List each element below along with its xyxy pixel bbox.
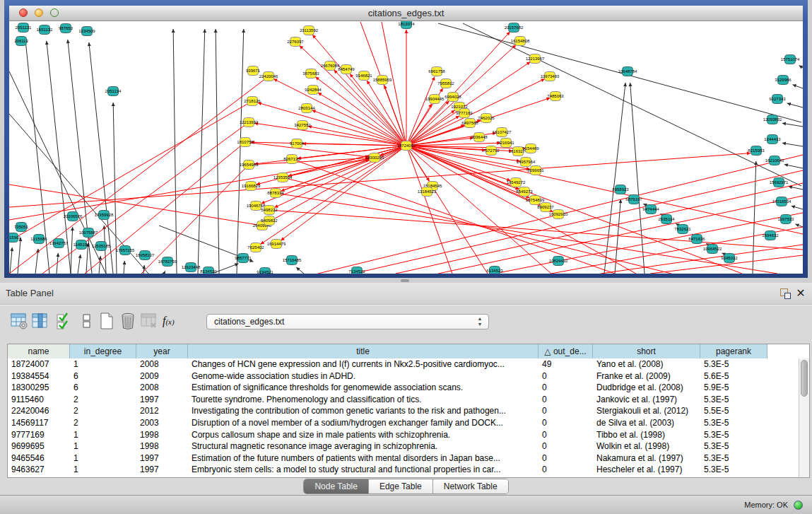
cell-year[interactable]: 1997 xyxy=(136,452,188,465)
column-header-in_degree[interactable]: in_degree xyxy=(70,344,136,358)
cell-pagerank[interactable]: 5.3E-5 xyxy=(700,429,767,441)
cell-pagerank[interactable]: 5.3E-5 xyxy=(700,358,767,370)
cell-name[interactable]: 9115460 xyxy=(8,394,70,406)
cell-year[interactable]: 2008 xyxy=(136,358,188,370)
cell-in_degree[interactable]: 1 xyxy=(70,440,136,452)
table-row[interactable]: 1830029562008Estimation of significance … xyxy=(8,382,799,394)
graph-node[interactable]: 3675683 xyxy=(302,69,319,78)
graph-node[interactable]: 6961758 xyxy=(428,67,445,76)
cell-in_degree[interactable]: 2 xyxy=(70,405,136,417)
cell-name[interactable]: 19384554 xyxy=(8,370,70,382)
graph-node[interactable]: 13942757 xyxy=(49,239,69,248)
show-columns-icon[interactable] xyxy=(31,312,49,330)
cell-title[interactable]: Structural magnetic resonance image aver… xyxy=(188,440,539,452)
cell-out_degree[interactable]: 0 xyxy=(539,429,593,441)
cell-name[interactable]: 9777169 xyxy=(8,429,70,441)
cell-title[interactable]: Embryonic stem cells: a model to study s… xyxy=(188,464,539,476)
cell-year[interactable]: 1998 xyxy=(136,429,188,441)
cell-title[interactable]: Changes of HCN gene expression and I(f) … xyxy=(188,358,539,370)
graph-node[interactable]: 17016534 xyxy=(772,197,792,206)
graph-node[interactable]: 1651132 xyxy=(37,25,54,35)
graph-node[interactable]: 735051 xyxy=(14,223,29,232)
graph-node[interactable]: 16914479 xyxy=(267,240,286,249)
cell-short[interactable]: Dudbridge et al. (2008) xyxy=(593,382,700,394)
graph-node[interactable]: 987653 xyxy=(59,24,73,33)
graph-node[interactable]: 7134522 xyxy=(348,267,365,274)
column-header-pagerank[interactable]: pagerank xyxy=(700,344,767,358)
cell-pagerank[interactable]: 5.9E-5 xyxy=(700,382,767,394)
graph-node[interactable]: 917004 xyxy=(290,139,305,148)
table-row[interactable]: 977716911998Corpus callosum shape and si… xyxy=(8,429,799,441)
graph-node[interactable]: 17957255 xyxy=(116,246,135,255)
cell-in_degree[interactable]: 1 xyxy=(70,429,136,441)
cell-title[interactable]: Genome-wide association studies in ADHD. xyxy=(188,370,539,382)
graph-node[interactable]: 8878334 xyxy=(267,189,284,198)
tab-edge-table[interactable]: Edge Table xyxy=(369,479,433,493)
cell-pagerank[interactable]: 5.3E-5 xyxy=(700,440,767,452)
cell-short[interactable]: Franke et al. (2009) xyxy=(593,370,700,382)
column-header-short[interactable]: short xyxy=(593,344,700,358)
graph-node[interactable]: 8454749 xyxy=(338,65,355,74)
cell-year[interactable]: 1997 xyxy=(136,464,188,476)
network-window-titlebar[interactable]: citations_edges.txt xyxy=(9,6,803,21)
cell-short[interactable]: Jankovic et al. (1997) xyxy=(593,394,700,406)
cell-short[interactable]: Hescheler et al. (1997) xyxy=(593,464,700,476)
cell-pagerank[interactable]: 5.6E-5 xyxy=(700,370,767,382)
cell-in_degree[interactable]: 6 xyxy=(70,370,136,382)
cell-out_degree[interactable]: 0 xyxy=(539,464,593,476)
graph-node[interactable]: 2276097 xyxy=(287,37,304,47)
graph-node[interactable]: 2051131 xyxy=(16,23,33,33)
row-boxes-icon[interactable] xyxy=(78,312,96,330)
graph-node[interactable]: 10824432 xyxy=(549,257,568,266)
graph-node[interactable]: 6879197 xyxy=(625,195,642,204)
cell-pagerank[interactable]: 5.3E-5 xyxy=(700,452,767,465)
graph-node[interactable]: 8134520 xyxy=(200,267,217,274)
cell-in_degree[interactable]: 2 xyxy=(70,417,136,429)
graph-node[interactable]: 1234509 xyxy=(78,27,95,36)
graph-node[interactable]: 7955812 xyxy=(437,79,454,88)
table-selector[interactable]: citations_edges.txt ▲▼ xyxy=(206,314,489,329)
graph-node[interactable]: 1167533 xyxy=(778,215,795,224)
table-row[interactable]: 2242004622012Investigating the contribut… xyxy=(8,405,799,417)
graph-node[interactable]: 2036448 xyxy=(471,133,488,142)
tab-network-table[interactable]: Network Table xyxy=(433,479,508,493)
cell-in_degree[interactable]: 1 xyxy=(70,452,136,465)
table-settings-icon[interactable] xyxy=(10,312,28,330)
cell-name[interactable]: 9699695 xyxy=(8,440,70,452)
graph-node[interactable]: 1810755 xyxy=(237,138,254,147)
graph-node[interactable]: 15751074 xyxy=(781,55,800,64)
graph-node[interactable]: 939671 xyxy=(246,66,261,76)
cell-out_degree[interactable]: 0 xyxy=(539,417,593,429)
cell-title[interactable]: Estimation of significance thresholds fo… xyxy=(188,382,539,394)
cell-short[interactable]: de Silva et al. (2003) xyxy=(593,417,700,429)
cell-pagerank[interactable]: 5.3E-5 xyxy=(700,464,767,476)
column-header-name[interactable]: name xyxy=(8,344,70,358)
cell-out_degree[interactable]: 0 xyxy=(539,405,593,417)
graph-node[interactable]: 3129966 xyxy=(775,76,792,85)
memory-status-indicator[interactable] xyxy=(794,501,803,510)
new-file-icon[interactable] xyxy=(98,312,116,330)
cell-year[interactable]: 1997 xyxy=(136,394,188,406)
cell-in_degree[interactable]: 6 xyxy=(70,382,136,394)
graph-node[interactable]: 8958923 xyxy=(612,185,629,194)
cell-name[interactable]: 9465546 xyxy=(8,452,70,465)
graph-node[interactable]: 19654985 xyxy=(240,160,259,170)
graph-node[interactable]: 12213932 xyxy=(240,118,259,127)
graph-node[interactable]: 16107427 xyxy=(493,128,512,137)
graph-node[interactable]: 15885959 xyxy=(373,76,392,85)
graph-node[interactable]: 6134523 xyxy=(486,267,503,274)
graph-node[interactable]: 9146821 xyxy=(355,71,372,81)
graph-node[interactable]: 9474444 xyxy=(642,205,659,214)
graph-node[interactable]: 9227343 xyxy=(769,95,786,104)
graph-node[interactable]: 7832621 xyxy=(674,225,691,234)
cell-in_degree[interactable]: 1 xyxy=(70,464,136,476)
cell-name[interactable]: 18724007 xyxy=(8,358,70,370)
graph-node[interactable]: 14957964 xyxy=(517,158,536,167)
graph-node[interactable]: 1244413 xyxy=(764,135,781,144)
graph-node[interactable]: 10975887 xyxy=(79,228,98,238)
graph-node[interactable]: 10648784 xyxy=(618,67,637,76)
graph-node[interactable]: 12213967 xyxy=(526,54,545,64)
graph-node[interactable]: 1694632 xyxy=(762,231,779,240)
cell-out_degree[interactable]: 0 xyxy=(539,370,593,382)
graph-node[interactable]: 2803144 xyxy=(298,104,315,113)
